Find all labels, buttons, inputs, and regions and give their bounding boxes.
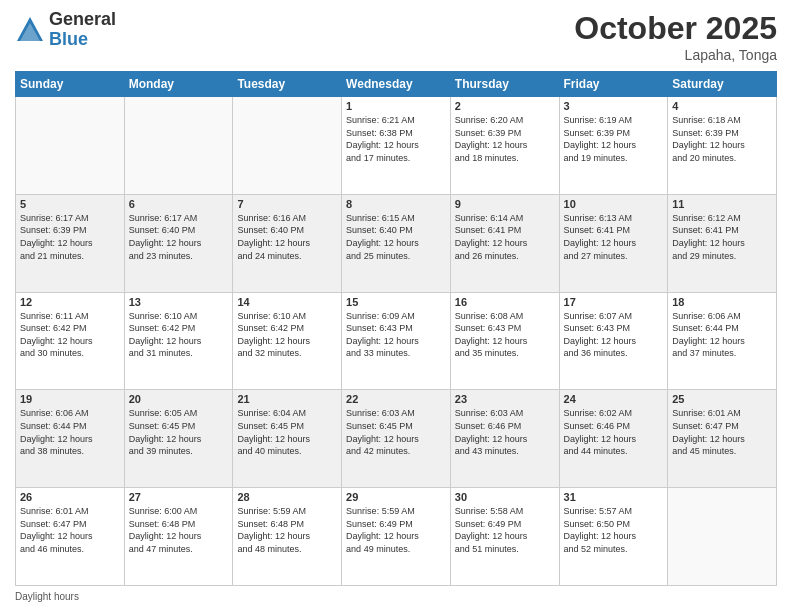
day-number: 30 <box>455 491 555 503</box>
day-number: 10 <box>564 198 664 210</box>
week-row-5: 26Sunrise: 6:01 AM Sunset: 6:47 PM Dayli… <box>16 488 777 586</box>
day-number: 5 <box>20 198 120 210</box>
day-number: 23 <box>455 393 555 405</box>
calendar-cell: 31Sunrise: 5:57 AM Sunset: 6:50 PM Dayli… <box>559 488 668 586</box>
day-info: Sunrise: 6:03 AM Sunset: 6:46 PM Dayligh… <box>455 407 555 457</box>
calendar-cell: 18Sunrise: 6:06 AM Sunset: 6:44 PM Dayli… <box>668 292 777 390</box>
calendar-cell: 5Sunrise: 6:17 AM Sunset: 6:39 PM Daylig… <box>16 194 125 292</box>
calendar-cell: 21Sunrise: 6:04 AM Sunset: 6:45 PM Dayli… <box>233 390 342 488</box>
day-info: Sunrise: 6:04 AM Sunset: 6:45 PM Dayligh… <box>237 407 337 457</box>
calendar-cell: 2Sunrise: 6:20 AM Sunset: 6:39 PM Daylig… <box>450 97 559 195</box>
calendar-cell: 8Sunrise: 6:15 AM Sunset: 6:40 PM Daylig… <box>342 194 451 292</box>
day-info: Sunrise: 6:08 AM Sunset: 6:43 PM Dayligh… <box>455 310 555 360</box>
logo-general: General <box>49 10 116 30</box>
day-number: 7 <box>237 198 337 210</box>
month-title: October 2025 <box>574 10 777 47</box>
day-number: 6 <box>129 198 229 210</box>
day-number: 16 <box>455 296 555 308</box>
weekday-sunday: Sunday <box>16 72 125 97</box>
week-row-2: 5Sunrise: 6:17 AM Sunset: 6:39 PM Daylig… <box>16 194 777 292</box>
day-info: Sunrise: 6:10 AM Sunset: 6:42 PM Dayligh… <box>237 310 337 360</box>
day-number: 31 <box>564 491 664 503</box>
day-number: 25 <box>672 393 772 405</box>
day-number: 20 <box>129 393 229 405</box>
weekday-wednesday: Wednesday <box>342 72 451 97</box>
calendar-cell: 24Sunrise: 6:02 AM Sunset: 6:46 PM Dayli… <box>559 390 668 488</box>
day-info: Sunrise: 5:58 AM Sunset: 6:49 PM Dayligh… <box>455 505 555 555</box>
calendar-cell: 23Sunrise: 6:03 AM Sunset: 6:46 PM Dayli… <box>450 390 559 488</box>
logo: General Blue <box>15 10 116 50</box>
calendar-cell: 28Sunrise: 5:59 AM Sunset: 6:48 PM Dayli… <box>233 488 342 586</box>
logo-icon <box>15 15 45 45</box>
weekday-saturday: Saturday <box>668 72 777 97</box>
calendar-cell: 10Sunrise: 6:13 AM Sunset: 6:41 PM Dayli… <box>559 194 668 292</box>
logo-blue: Blue <box>49 30 116 50</box>
day-number: 13 <box>129 296 229 308</box>
day-info: Sunrise: 6:02 AM Sunset: 6:46 PM Dayligh… <box>564 407 664 457</box>
calendar-cell: 11Sunrise: 6:12 AM Sunset: 6:41 PM Dayli… <box>668 194 777 292</box>
day-info: Sunrise: 5:57 AM Sunset: 6:50 PM Dayligh… <box>564 505 664 555</box>
day-number: 4 <box>672 100 772 112</box>
weekday-thursday: Thursday <box>450 72 559 97</box>
calendar-cell: 4Sunrise: 6:18 AM Sunset: 6:39 PM Daylig… <box>668 97 777 195</box>
calendar-cell: 6Sunrise: 6:17 AM Sunset: 6:40 PM Daylig… <box>124 194 233 292</box>
day-info: Sunrise: 6:13 AM Sunset: 6:41 PM Dayligh… <box>564 212 664 262</box>
day-number: 8 <box>346 198 446 210</box>
location: Lapaha, Tonga <box>574 47 777 63</box>
calendar-cell: 12Sunrise: 6:11 AM Sunset: 6:42 PM Dayli… <box>16 292 125 390</box>
calendar-cell: 19Sunrise: 6:06 AM Sunset: 6:44 PM Dayli… <box>16 390 125 488</box>
day-info: Sunrise: 6:17 AM Sunset: 6:39 PM Dayligh… <box>20 212 120 262</box>
day-info: Sunrise: 6:00 AM Sunset: 6:48 PM Dayligh… <box>129 505 229 555</box>
day-info: Sunrise: 6:03 AM Sunset: 6:45 PM Dayligh… <box>346 407 446 457</box>
day-info: Sunrise: 6:18 AM Sunset: 6:39 PM Dayligh… <box>672 114 772 164</box>
day-info: Sunrise: 6:19 AM Sunset: 6:39 PM Dayligh… <box>564 114 664 164</box>
day-number: 11 <box>672 198 772 210</box>
day-number: 21 <box>237 393 337 405</box>
calendar-cell: 15Sunrise: 6:09 AM Sunset: 6:43 PM Dayli… <box>342 292 451 390</box>
weekday-header-row: SundayMondayTuesdayWednesdayThursdayFrid… <box>16 72 777 97</box>
day-info: Sunrise: 5:59 AM Sunset: 6:49 PM Dayligh… <box>346 505 446 555</box>
calendar-cell <box>233 97 342 195</box>
calendar-cell: 20Sunrise: 6:05 AM Sunset: 6:45 PM Dayli… <box>124 390 233 488</box>
page: General Blue October 2025 Lapaha, Tonga … <box>0 0 792 612</box>
day-number: 9 <box>455 198 555 210</box>
day-info: Sunrise: 6:10 AM Sunset: 6:42 PM Dayligh… <box>129 310 229 360</box>
calendar-cell: 27Sunrise: 6:00 AM Sunset: 6:48 PM Dayli… <box>124 488 233 586</box>
weekday-monday: Monday <box>124 72 233 97</box>
day-number: 22 <box>346 393 446 405</box>
day-info: Sunrise: 6:16 AM Sunset: 6:40 PM Dayligh… <box>237 212 337 262</box>
calendar-cell: 14Sunrise: 6:10 AM Sunset: 6:42 PM Dayli… <box>233 292 342 390</box>
day-number: 27 <box>129 491 229 503</box>
daylight-label: Daylight hours <box>15 591 79 602</box>
day-info: Sunrise: 6:14 AM Sunset: 6:41 PM Dayligh… <box>455 212 555 262</box>
week-row-3: 12Sunrise: 6:11 AM Sunset: 6:42 PM Dayli… <box>16 292 777 390</box>
calendar-cell: 29Sunrise: 5:59 AM Sunset: 6:49 PM Dayli… <box>342 488 451 586</box>
day-info: Sunrise: 6:06 AM Sunset: 6:44 PM Dayligh… <box>672 310 772 360</box>
weekday-tuesday: Tuesday <box>233 72 342 97</box>
title-block: October 2025 Lapaha, Tonga <box>574 10 777 63</box>
day-number: 12 <box>20 296 120 308</box>
day-number: 29 <box>346 491 446 503</box>
day-number: 28 <box>237 491 337 503</box>
day-number: 3 <box>564 100 664 112</box>
calendar-cell: 9Sunrise: 6:14 AM Sunset: 6:41 PM Daylig… <box>450 194 559 292</box>
calendar-cell: 25Sunrise: 6:01 AM Sunset: 6:47 PM Dayli… <box>668 390 777 488</box>
day-info: Sunrise: 6:01 AM Sunset: 6:47 PM Dayligh… <box>672 407 772 457</box>
header: General Blue October 2025 Lapaha, Tonga <box>15 10 777 63</box>
calendar-cell: 3Sunrise: 6:19 AM Sunset: 6:39 PM Daylig… <box>559 97 668 195</box>
calendar-cell: 26Sunrise: 6:01 AM Sunset: 6:47 PM Dayli… <box>16 488 125 586</box>
day-info: Sunrise: 6:12 AM Sunset: 6:41 PM Dayligh… <box>672 212 772 262</box>
footer: Daylight hours <box>15 591 777 602</box>
calendar-cell: 7Sunrise: 6:16 AM Sunset: 6:40 PM Daylig… <box>233 194 342 292</box>
day-info: Sunrise: 6:20 AM Sunset: 6:39 PM Dayligh… <box>455 114 555 164</box>
calendar-cell: 22Sunrise: 6:03 AM Sunset: 6:45 PM Dayli… <box>342 390 451 488</box>
week-row-1: 1Sunrise: 6:21 AM Sunset: 6:38 PM Daylig… <box>16 97 777 195</box>
calendar-cell: 13Sunrise: 6:10 AM Sunset: 6:42 PM Dayli… <box>124 292 233 390</box>
calendar-cell: 1Sunrise: 6:21 AM Sunset: 6:38 PM Daylig… <box>342 97 451 195</box>
day-info: Sunrise: 5:59 AM Sunset: 6:48 PM Dayligh… <box>237 505 337 555</box>
day-number: 2 <box>455 100 555 112</box>
day-number: 18 <box>672 296 772 308</box>
day-info: Sunrise: 6:15 AM Sunset: 6:40 PM Dayligh… <box>346 212 446 262</box>
day-info: Sunrise: 6:07 AM Sunset: 6:43 PM Dayligh… <box>564 310 664 360</box>
calendar: SundayMondayTuesdayWednesdayThursdayFrid… <box>15 71 777 586</box>
